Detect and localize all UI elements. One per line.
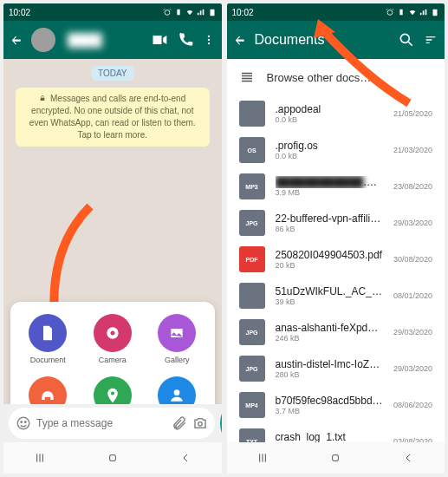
file-type-icon: JPG [239,210,265,236]
svg-point-8 [110,331,114,336]
nav-bar [3,442,222,474]
alarm-icon [386,8,394,16]
cam-icon [94,314,132,352]
home-nav-icon[interactable] [106,451,120,465]
attach-camera[interactable]: Camera [82,314,144,364]
file-name: 250820I049904503.pdf [276,249,383,261]
file-name: 22-buffered-vpn-affiliate.jpg [276,212,383,225]
file-type-icon: JPG [239,319,265,345]
search-icon[interactable] [398,31,415,49]
browse-other-docs[interactable]: Browse other docs… [227,59,445,95]
encryption-notice[interactable]: Messages and calls are end-to-end encryp… [16,88,210,147]
file-row[interactable]: 51uDzWIkFUL._AC_SY100_ML1_FMwe…39 kB08/0… [227,278,445,314]
status-bar: 10:02 [227,3,445,21]
camera-icon[interactable] [192,415,208,431]
file-date: 21/05/2020 [393,109,432,118]
file-row[interactable]: JPGanas-alshanti-feXpdV001o4-unsplash.j…… [227,314,445,350]
svg-point-21 [400,34,409,42]
recents-nav-icon[interactable] [33,451,47,465]
back-nav-icon[interactable] [179,451,192,465]
file-row[interactable]: MP3████████████.mp33.9 MB23/08/2020 [227,168,445,205]
contact-name[interactable]: ████ [64,33,142,47]
file-date: 30/08/2020 [393,255,432,264]
docs-body: Browse other docs… .appodeal0.0 kB21/05/… [227,59,445,442]
vibrate-icon [397,8,406,16]
date-pill: TODAY [91,66,134,81]
file-size: 3.9 MB [276,188,383,197]
docs-app-bar: Documents [227,21,445,59]
attach-document[interactable]: Document [17,314,79,364]
svg-point-3 [207,36,209,37]
chat-screen: 10:02 ████ TODAY Messages and calls are … [3,3,222,474]
back-icon[interactable] [234,34,246,46]
file-size: 39 kB [276,297,383,306]
battery-icon [208,8,217,16]
alarm-icon [163,8,172,16]
attach-icon[interactable] [172,415,187,431]
voice-call-icon[interactable] [177,31,194,49]
attach-gallery[interactable]: Gallery [146,314,208,364]
svg-rect-6 [41,98,45,101]
browse-icon [239,69,255,85]
video-call-icon[interactable] [151,31,168,49]
file-size: 280 kB [276,370,383,379]
sort-icon[interactable] [424,31,438,49]
battery-icon [431,8,439,16]
file-name: .appodeal [276,103,383,115]
contact-avatar[interactable] [31,28,55,52]
message-input-row [3,404,222,442]
chat-app-bar: ████ [3,21,222,59]
file-date: 29/03/2020 [393,364,432,373]
file-type-icon [239,101,265,127]
file-list: .appodeal0.0 kB21/05/2020OS.profig.os0.0… [227,95,445,442]
svg-rect-17 [109,455,115,461]
file-row[interactable]: TXTcrash_log_1.txt20 kB03/08/2020 [227,423,445,442]
message-input-box[interactable] [9,408,215,439]
back-icon[interactable] [10,34,23,46]
vibrate-icon [174,8,183,16]
file-size: 3.7 MB [276,407,383,415]
signal-icon [419,8,428,16]
file-type-icon: OS [239,137,265,163]
mic-button[interactable] [220,408,222,439]
wifi-icon [185,8,194,16]
file-type-icon: TXT [239,428,265,442]
file-row[interactable]: .appodeal0.0 kB21/05/2020 [227,95,445,132]
status-time: 10:02 [232,8,254,17]
status-icons [386,8,439,16]
file-row[interactable]: MP4b70f59fec98acd5bbd98f5849f8720de…3.7 … [227,387,445,423]
file-name: b70f59fec98acd5bbd98f5849f8720de… [276,395,383,407]
file-row[interactable]: OS.profig.os0.0 kB21/03/2020 [227,132,445,168]
file-date: 23/08/2020 [393,182,432,191]
file-row[interactable]: JPGaustin-distel-Imc-IoZDMXc-unsplash.jp… [227,350,445,387]
file-row[interactable]: PDF250820I049904503.pdf20 kB30/08/2020 [227,241,445,278]
file-row[interactable]: JPG22-buffered-vpn-affiliate.jpg86 kB29/… [227,205,445,241]
chat-body: TODAY Messages and calls are end-to-end … [3,59,222,442]
file-type-icon: MP3 [239,173,265,199]
svg-point-5 [207,42,209,44]
file-date: 08/01/2020 [393,291,432,300]
status-icons [163,8,217,16]
file-size: 246 kB [276,334,383,343]
mic-icon [220,415,222,431]
menu-icon[interactable] [203,31,215,49]
home-nav-icon[interactable] [328,451,342,465]
file-size: 0.0 kB [276,152,383,160]
status-time: 10:02 [9,8,30,17]
file-name: ████████████.mp3 [276,176,383,188]
svg-point-4 [207,39,209,41]
svg-rect-20 [433,10,438,16]
nav-bar [227,442,445,474]
gal-icon [158,314,196,352]
svg-rect-1 [177,10,179,16]
message-input[interactable] [36,417,166,429]
recents-nav-icon[interactable] [256,451,269,465]
back-nav-icon[interactable] [401,451,415,465]
emoji-icon[interactable] [16,415,31,431]
svg-point-18 [387,10,393,16]
file-size: 20 kB [276,261,383,270]
wifi-icon [408,8,417,16]
file-type-icon [239,283,265,309]
file-date: 21/03/2020 [393,146,432,154]
svg-point-11 [174,389,180,395]
